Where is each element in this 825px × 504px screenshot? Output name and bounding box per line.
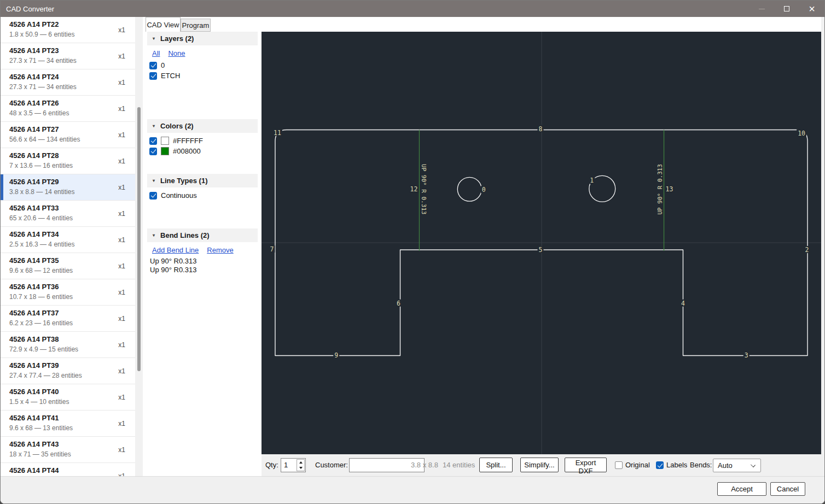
maximize-button[interactable] bbox=[774, 1, 799, 17]
list-item[interactable]: 4526 A14 PT287 x 13.6 — 16 entitiesx1 bbox=[1, 148, 135, 174]
split-button[interactable]: Split... bbox=[479, 458, 513, 472]
collapse-caret-icon[interactable]: ▾ bbox=[153, 36, 155, 41]
list-item[interactable]: 4526 A14 PT376.2 x 23 — 16 entitiesx1 bbox=[1, 306, 135, 332]
part-info: 27.4 x 77.4 — 28 entities bbox=[9, 372, 135, 379]
list-item[interactable]: 4526 A14 PT44x1 bbox=[1, 463, 135, 476]
export-dxf-button[interactable]: Export DXF bbox=[565, 458, 607, 472]
collapse-caret-icon[interactable]: ▾ bbox=[153, 178, 155, 183]
spin-up-icon[interactable] bbox=[297, 460, 304, 465]
cad-canvas[interactable]: UP 90° R 0.313UP 90° R 0.313118107256493… bbox=[262, 32, 821, 454]
part-qty: x1 bbox=[118, 289, 125, 296]
entity-label: 12 bbox=[410, 185, 418, 193]
line-type-checkbox[interactable] bbox=[149, 192, 157, 200]
layer-label: ETCH bbox=[161, 72, 180, 80]
list-item-selected[interactable]: 4526 A14 PT293.8 x 8.8 — 14 entitiesx1 bbox=[1, 174, 135, 201]
part-name: 4526 A14 PT34 bbox=[9, 230, 135, 238]
list-item[interactable]: 4526 A14 PT342.5 x 16.3 — 4 entitiesx1 bbox=[1, 227, 135, 253]
parts-list-scrollbar[interactable] bbox=[135, 17, 143, 476]
labels-checkbox[interactable] bbox=[656, 461, 664, 469]
add-bend-line-link[interactable]: Add Bend Line bbox=[152, 246, 199, 254]
colors-rows: #FFFFFF#008000 bbox=[147, 136, 258, 156]
line-type-label: Continuous bbox=[161, 191, 197, 200]
accept-button[interactable]: Accept bbox=[717, 482, 766, 496]
list-item[interactable]: 4526 A14 PT4318 x 71 — 35 entitiesx1 bbox=[1, 437, 135, 463]
layer-checkbox[interactable] bbox=[149, 72, 157, 80]
bend-line-item[interactable]: Up 90° R0.313 bbox=[150, 266, 258, 274]
list-item[interactable]: 4526 A14 PT3927.4 x 77.4 — 28 entitiesx1 bbox=[1, 358, 135, 384]
spin-down-icon[interactable] bbox=[297, 465, 304, 471]
layer-checkbox[interactable] bbox=[149, 62, 157, 69]
collapse-caret-icon[interactable]: ▾ bbox=[153, 233, 155, 238]
part-name: 4526 A14 PT41 bbox=[9, 414, 135, 422]
collapse-caret-icon[interactable]: ▾ bbox=[153, 124, 155, 128]
list-item[interactable]: 4526 A14 PT3872.9 x 4.9 — 15 entitiesx1 bbox=[1, 332, 135, 358]
part-info: 27.3 x 71 — 34 entities bbox=[9, 83, 135, 91]
bends-label: Bends: bbox=[690, 461, 712, 469]
part-qty: x1 bbox=[118, 420, 125, 427]
part-info: 1.5 x 4 — 10 entities bbox=[9, 398, 135, 406]
bend-lines-section: ▾ Bend Lines (2) Add Bend Line Remove Up… bbox=[147, 228, 258, 274]
part-qty: x1 bbox=[118, 472, 125, 476]
qty-stepper[interactable]: 1 bbox=[281, 458, 306, 472]
simplify-button[interactable]: Simplify... bbox=[520, 458, 559, 472]
list-item[interactable]: 4526 A14 PT2648 x 3.5 — 6 entitiesx1 bbox=[1, 96, 135, 122]
colors-section: ▾ Colors (2) #FFFFFF#008000 bbox=[147, 119, 258, 156]
entity-label: 3 bbox=[745, 351, 748, 359]
part-name: 4526 A14 PT27 bbox=[9, 125, 135, 133]
part-info: 56.6 x 64 — 134 entities bbox=[9, 136, 135, 143]
part-info: 48 x 3.5 — 6 entities bbox=[9, 109, 135, 117]
tab-program[interactable]: Program bbox=[181, 19, 211, 32]
list-item[interactable]: 4526 A14 PT2427.3 x 71 — 34 entitiesx1 bbox=[1, 69, 135, 96]
bend-line-item[interactable]: Up 90° R0.313 bbox=[150, 257, 258, 266]
scrollbar-thumb[interactable] bbox=[137, 107, 141, 371]
qty-input[interactable]: 1 bbox=[281, 459, 296, 472]
list-item[interactable]: 4526 A14 PT221.8 x 50.9 — 6 entitiesx1 bbox=[1, 17, 135, 43]
dialog-content: 4526 A14 PT221.8 x 50.9 — 6 entitiesx145… bbox=[1, 17, 824, 476]
layers-section: ▾ Layers (2) All None 0ETCH bbox=[147, 32, 258, 81]
list-item[interactable]: 4526 A14 PT401.5 x 4 — 10 entitiesx1 bbox=[1, 384, 135, 411]
layers-title: Layers (2) bbox=[160, 34, 194, 43]
part-qty: x1 bbox=[118, 26, 125, 34]
color-row: #FFFFFF bbox=[147, 136, 258, 146]
list-item[interactable]: 4526 A14 PT419.6 x 68 — 13 entitiesx1 bbox=[1, 411, 135, 437]
cancel-button[interactable]: Cancel bbox=[770, 482, 805, 496]
bend-lines-header: ▾ Bend Lines (2) bbox=[147, 228, 258, 242]
list-item[interactable]: 4526 A14 PT3365 x 20.6 — 4 entitiesx1 bbox=[1, 201, 135, 227]
part-name: 4526 A14 PT26 bbox=[9, 99, 135, 107]
layer-label: 0 bbox=[161, 61, 165, 69]
line-types-rows: Continuous bbox=[147, 190, 258, 201]
qty-spinner-buttons[interactable] bbox=[297, 459, 305, 471]
part-qty: x1 bbox=[118, 341, 125, 349]
line-types-section: ▾ Line Types (1) Continuous bbox=[147, 174, 258, 201]
dialog-footer: Accept Cancel bbox=[1, 476, 824, 503]
remove-bend-line-link[interactable]: Remove bbox=[207, 246, 233, 254]
part-name: 4526 A14 PT44 bbox=[9, 466, 135, 474]
list-item[interactable]: 4526 A14 PT3610.7 x 18 — 6 entitiesx1 bbox=[1, 279, 135, 306]
list-item[interactable]: 4526 A14 PT359.6 x 68 — 12 entitiesx1 bbox=[1, 253, 135, 279]
color-checkbox[interactable] bbox=[149, 137, 157, 145]
minimize-button[interactable] bbox=[749, 1, 774, 17]
entity-count-text: 14 entities bbox=[443, 461, 475, 469]
entity-label: 8 bbox=[539, 125, 543, 133]
list-item[interactable]: 4526 A14 PT2756.6 x 64 — 134 entitiesx1 bbox=[1, 122, 135, 148]
part-qty: x1 bbox=[118, 236, 125, 244]
bend-lines-rows: Up 90° R0.313Up 90° R0.313 bbox=[147, 257, 258, 274]
close-button[interactable]: × bbox=[799, 1, 824, 17]
original-checkbox-label: Original bbox=[625, 461, 650, 469]
layers-rows: 0ETCH bbox=[147, 60, 258, 81]
maximize-icon bbox=[784, 6, 789, 11]
entity-label: 0 bbox=[482, 186, 486, 194]
list-item[interactable]: 4526 A14 PT2327.3 x 71 — 34 entitiesx1 bbox=[1, 43, 135, 69]
color-checkbox[interactable] bbox=[149, 148, 157, 155]
part-info: 9.6 x 68 — 12 entities bbox=[9, 267, 135, 274]
customer-label: Customer: bbox=[315, 461, 348, 469]
line-types-header: ▾ Line Types (1) bbox=[147, 174, 258, 187]
original-checkbox[interactable] bbox=[615, 461, 623, 469]
cad-converter-window: CAD Converter × 4526 A14 PT221.8 x 50.9 … bbox=[0, 0, 825, 504]
bends-dropdown[interactable]: Auto bbox=[713, 459, 761, 472]
part-name: 4526 A14 PT33 bbox=[9, 204, 135, 212]
layers-all-link[interactable]: All bbox=[152, 49, 160, 57]
tab-cad-view[interactable]: CAD View bbox=[146, 17, 181, 32]
part-qty: x1 bbox=[118, 262, 125, 270]
layers-none-link[interactable]: None bbox=[168, 49, 185, 57]
